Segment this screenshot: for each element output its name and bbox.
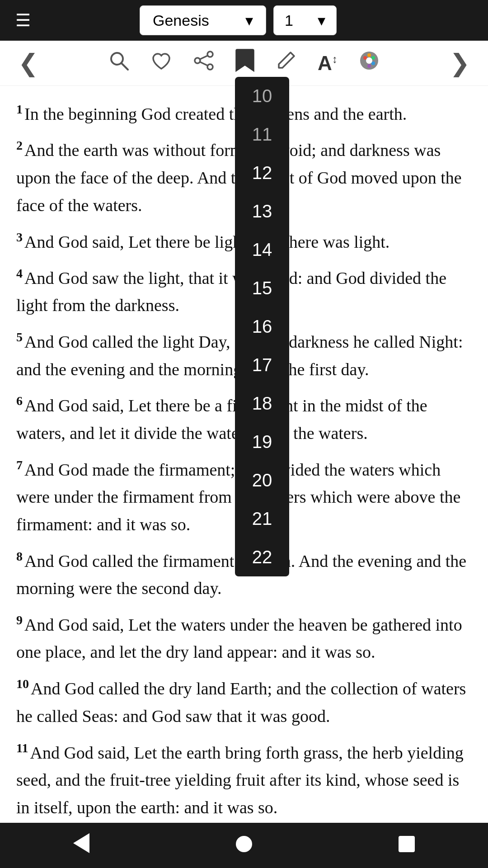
svg-point-12 (367, 64, 371, 68)
favorite-icon[interactable] (150, 50, 172, 76)
bookmark-icon[interactable] (235, 49, 254, 77)
verse-number: 5 (16, 330, 23, 344)
font-size-option[interactable]: 17 (235, 346, 289, 384)
verse-number: 10 (16, 677, 29, 691)
font-size-option[interactable]: 22 (235, 538, 289, 576)
toolbar-icons: A↕ (108, 49, 380, 77)
font-size-option[interactable]: 15 (235, 269, 289, 307)
verse-number: 4 (16, 266, 23, 280)
font-size-icon[interactable]: A↕ (318, 52, 338, 75)
search-icon[interactable] (108, 50, 130, 76)
edit-icon[interactable] (275, 50, 297, 76)
bible-verse: 9And God said, Let the waters under the … (16, 610, 472, 666)
system-back-button[interactable] (55, 826, 108, 865)
palette-icon[interactable] (358, 50, 380, 76)
svg-line-1 (122, 63, 128, 70)
book-label: Genesis (153, 12, 209, 29)
font-size-option[interactable]: 10 (235, 77, 289, 115)
svg-line-6 (200, 62, 208, 66)
system-home-button[interactable] (218, 827, 270, 864)
font-size-option[interactable]: 16 (235, 307, 289, 346)
svg-line-5 (200, 56, 208, 59)
font-size-option[interactable]: 12 (235, 154, 289, 192)
system-recents-button[interactable] (380, 827, 433, 864)
font-size-option[interactable]: 18 (235, 384, 289, 423)
book-selector[interactable]: Genesis ▾ (140, 5, 266, 35)
font-size-option[interactable]: 21 (235, 500, 289, 538)
prev-chapter-button[interactable]: ❮ (14, 44, 43, 82)
verse-number: 8 (16, 549, 23, 563)
svg-point-9 (367, 53, 371, 57)
verse-number: 6 (16, 394, 23, 408)
svg-point-4 (195, 58, 200, 63)
chapter-selector[interactable]: 1 ▾ (273, 5, 337, 35)
next-chapter-button[interactable]: ❯ (445, 44, 474, 82)
bottom-nav-bar (0, 823, 488, 868)
bible-verse: 11And God said, Let the earth bring fort… (16, 738, 472, 821)
verse-number: 1 (16, 102, 23, 116)
share-icon[interactable] (193, 50, 215, 76)
font-size-option[interactable]: 11 (235, 115, 289, 154)
verse-number: 3 (16, 230, 23, 244)
font-size-dropdown[interactable]: 10111213141516171819202122 (235, 77, 289, 576)
top-bar-center: Genesis ▾ 1 ▾ (140, 5, 337, 35)
font-size-option[interactable]: 20 (235, 461, 289, 500)
chapter-chevron: ▾ (318, 11, 325, 29)
bible-verse: 10And God called the dry land Earth; and… (16, 674, 472, 730)
verse-number: 11 (16, 741, 28, 755)
hamburger-menu[interactable]: ☰ (11, 7, 35, 33)
svg-point-3 (207, 64, 213, 70)
book-chevron: ▾ (245, 11, 253, 29)
top-bar: ☰ Genesis ▾ 1 ▾ (0, 0, 488, 41)
verse-number: 7 (16, 458, 23, 472)
verse-number: 9 (16, 613, 23, 627)
font-size-option[interactable]: 19 (235, 423, 289, 461)
svg-point-2 (207, 52, 213, 57)
chapter-label: 1 (285, 12, 293, 29)
verse-number: 2 (16, 138, 23, 152)
font-size-option[interactable]: 13 (235, 192, 289, 231)
svg-point-13 (366, 57, 372, 64)
font-size-option[interactable]: 14 (235, 231, 289, 269)
